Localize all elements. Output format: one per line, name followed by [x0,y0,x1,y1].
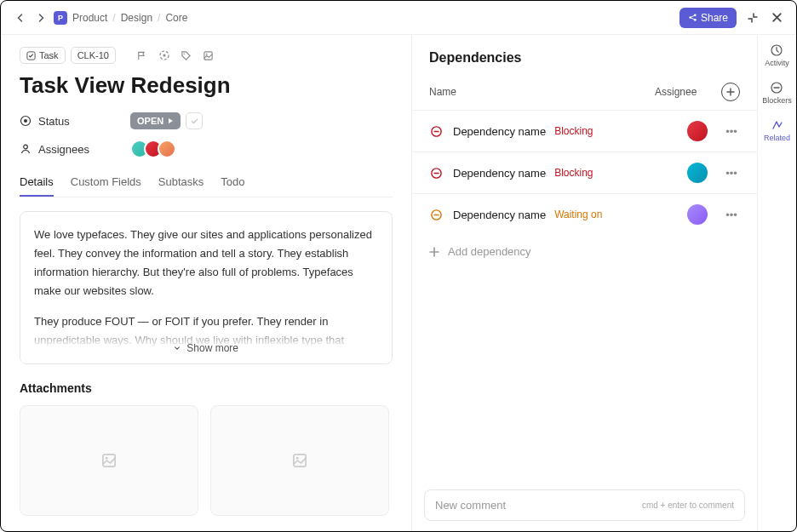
dependency-tag: Blocking [554,167,593,179]
tab-todo[interactable]: Todo [221,169,244,197]
column-header-name: Name [429,86,655,98]
tag-icon[interactable] [179,48,194,63]
avatar[interactable] [687,163,708,183]
close-icon[interactable] [769,10,784,26]
svg-point-2 [694,19,697,21]
image-icon[interactable] [201,48,216,63]
dependency-name: Dependency nameBlocking [453,167,672,180]
complete-checkbox[interactable] [186,112,203,129]
sprint-icon[interactable] [157,48,172,63]
breadcrumb-item[interactable]: Product [72,12,107,24]
show-more-label: Show more [186,342,238,354]
task-title[interactable]: Task View Redesign [20,72,393,99]
image-placeholder-icon [100,452,118,469]
project-icon: P [54,11,67,25]
play-icon [167,117,174,124]
svg-point-0 [689,16,691,19]
task-type-label: Task [39,50,59,60]
rail-label: Blockers [762,96,792,105]
comment-hint: cmd + enter to comment [642,501,734,510]
flag-icon[interactable] [135,48,150,63]
nav-forward[interactable] [33,10,49,26]
person-icon [20,143,32,155]
avatar[interactable] [687,121,708,141]
dependencies-title: Dependencies [429,50,740,66]
breadcrumb-sep: / [112,12,115,24]
status-icon [20,115,32,127]
more-icon[interactable]: ••• [723,125,740,138]
comment-input[interactable]: New comment cmd + enter to comment [424,489,745,521]
share-icon [688,13,697,22]
dependency-assignee[interactable] [672,163,723,183]
show-more-button[interactable]: Show more [20,324,392,363]
avatar[interactable] [687,204,708,225]
svg-point-13 [106,457,108,460]
dependency-row[interactable]: Dependency nameBlocking••• [412,152,757,193]
collapse-icon[interactable] [745,10,760,26]
related-icon [771,118,784,132]
dependency-name: Dependency nameBlocking [453,125,672,138]
attachment-card[interactable] [210,405,389,516]
dependency-assignee[interactable] [672,121,723,141]
assignees-field-label: Assignees [20,143,130,156]
status-field-label: Status [20,115,130,128]
dependency-status-icon [429,208,443,221]
share-label: Share [701,12,728,24]
attachment-card[interactable] [20,405,198,516]
svg-point-11 [24,145,28,149]
dependency-status-icon [429,124,443,138]
attachments-title: Attachments [20,381,393,395]
svg-point-5 [163,54,165,57]
svg-point-15 [296,457,299,460]
rail-activity[interactable]: Activity [765,43,789,67]
rail-blockers[interactable]: Blockers [762,81,792,105]
plus-icon [429,247,439,257]
activity-icon [770,43,783,57]
dependency-row[interactable]: Dependency nameWaiting on••• [412,193,757,235]
breadcrumb-sep: / [158,12,160,24]
avatar[interactable] [158,140,176,158]
add-dependency-icon[interactable] [721,83,740,101]
breadcrumb-item[interactable]: Design [121,12,152,24]
rail-label: Activity [765,59,789,67]
chevron-down-icon [174,345,181,352]
breadcrumb-item[interactable]: Core [165,12,187,24]
blockers-icon [770,81,783,94]
rail-label: Related [764,134,790,142]
task-id-pill[interactable]: CLK-10 [71,47,116,64]
dependency-assignee[interactable] [672,204,723,225]
comment-placeholder: New comment [435,499,506,512]
dependency-tag: Blocking [554,125,593,137]
description-box[interactable]: We love typefaces. They give our sites a… [20,211,393,364]
tab-details[interactable]: Details [20,169,54,197]
column-header-assignee: Assignee [655,86,721,98]
svg-point-8 [206,53,208,54]
dependency-name: Dependency nameWaiting on [453,209,672,221]
rail-related[interactable]: Related [764,118,790,142]
nav-back[interactable] [13,10,28,26]
svg-point-6 [184,53,185,54]
dependency-row[interactable]: Dependency nameBlocking••• [412,110,757,152]
dependency-tag: Waiting on [554,209,602,220]
dependency-status-icon [429,166,443,180]
assignee-avatars[interactable] [130,140,176,158]
more-icon[interactable]: ••• [723,167,740,180]
description-paragraph: We love typefaces. They give our sites a… [34,226,378,300]
add-dependency-button[interactable]: Add dependency [412,235,757,268]
svg-point-10 [24,119,27,123]
more-icon[interactable]: ••• [723,209,740,221]
share-button[interactable]: Share [679,8,737,28]
task-type-pill[interactable]: Task [20,47,66,64]
checkbox-icon [26,51,36,60]
tab-custom-fields[interactable]: Custom Fields [71,169,141,197]
svg-point-1 [694,14,697,16]
status-badge[interactable]: OPEN [130,112,181,129]
status-value: OPEN [137,116,163,126]
image-placeholder-icon [291,452,308,469]
add-dependency-label: Add dependency [448,245,531,258]
breadcrumb: P Product / Design / Core [54,11,187,25]
tab-subtasks[interactable]: Subtasks [158,169,204,197]
